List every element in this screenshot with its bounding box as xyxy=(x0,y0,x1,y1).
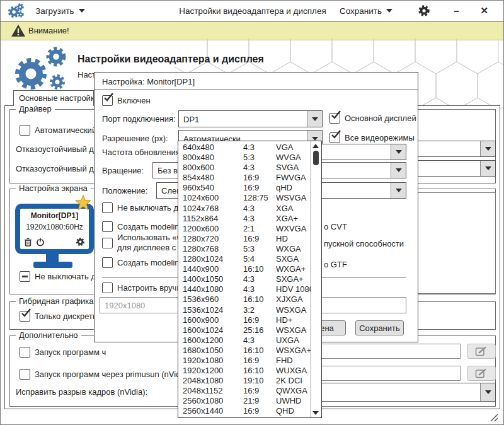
dlg-keep-display-on-label: Не выключать дис xyxy=(117,203,187,212)
auto-driver-label: Автоматический в xyxy=(35,125,103,135)
resolution-option-ratio: 4:3 xyxy=(243,204,276,214)
save-button[interactable]: Сохранить xyxy=(355,320,404,335)
resolution-option[interactable]: 1280x1024 5:4 SXGA xyxy=(178,254,311,264)
power-icon[interactable] xyxy=(36,238,45,247)
resolution-option[interactable]: 1200x600 2:1 WXVGA xyxy=(178,224,311,234)
resolution-option[interactable]: 1600x1024 25:16 WSXGA xyxy=(178,325,311,335)
resolution-option[interactable]: 1440x900 16:10 WXGA+ xyxy=(178,264,311,274)
dropdown-button[interactable] xyxy=(391,183,406,198)
rotation-label: Вращение: xyxy=(102,166,144,175)
caret-down-icon xyxy=(396,150,402,154)
scroll-up-icon[interactable] xyxy=(312,144,319,148)
run-programs-checkbox-2[interactable] xyxy=(20,369,30,380)
resolution-option[interactable]: 1680x1050 16:10 WSXGA+ xyxy=(178,346,311,356)
resolution-option[interactable]: 1280x768 5:3 WXGA xyxy=(178,244,311,254)
resolution-option-name: WSVGA xyxy=(276,193,311,203)
cvt-modeline-checkbox[interactable] xyxy=(102,221,113,232)
resolution-option[interactable]: 1920x1200 16:10 WUXGA xyxy=(178,366,311,376)
resolution-option-ratio: 16:9 xyxy=(243,173,276,183)
resolution-option-ratio: 5:3 xyxy=(243,244,276,254)
dropdown-button[interactable] xyxy=(480,383,495,401)
settings-gear-button[interactable] xyxy=(418,1,430,21)
resolution-option[interactable]: 1152x864 4:3 XGA+ xyxy=(178,214,311,224)
resolution-option-res: 1024x600 xyxy=(178,193,243,203)
run-programs-checkbox-1[interactable] xyxy=(20,347,30,358)
minimize-button[interactable]: − xyxy=(454,1,459,21)
load-menu-button[interactable]: Загрузить xyxy=(35,1,85,21)
dropdown-button[interactable] xyxy=(480,141,495,156)
resolution-option[interactable]: 1280x720 16:9 HD xyxy=(178,234,311,244)
caret-down-icon xyxy=(79,9,85,13)
tab-main-settings-label: Основные настройки xyxy=(19,93,94,103)
caret-down-icon xyxy=(485,166,491,170)
dropdown-button[interactable] xyxy=(391,144,406,160)
scrollbar-thumb[interactable] xyxy=(313,151,319,165)
auto-driver-checkbox[interactable] xyxy=(20,125,30,136)
port-select[interactable]: DP1 xyxy=(178,110,323,127)
resolution-option-name: WSXGA xyxy=(276,305,311,315)
resolution-option[interactable]: 1600x1200 4:3 UXGA xyxy=(178,335,311,346)
resolution-option[interactable]: 1400x1050 4:3 SXGA+ xyxy=(178,274,311,284)
resolution-option[interactable]: 800x600 4:3 SVGA xyxy=(178,163,311,173)
popup-scrollbar[interactable] xyxy=(311,141,321,417)
dropdown-button[interactable] xyxy=(391,163,406,178)
scroll-down-icon[interactable] xyxy=(312,411,319,415)
resolution-option-ratio: 16:9 xyxy=(243,234,276,244)
resolution-option-name: XGA xyxy=(276,204,311,214)
resolution-option[interactable]: 1536x1024 3:2 WSXGA xyxy=(178,305,311,315)
resolution-option-ratio: 16:9 xyxy=(243,315,276,325)
resolution-option-name: QHD xyxy=(276,406,311,416)
enabled-label: Включен xyxy=(117,96,151,105)
discrete-only-checkbox[interactable] xyxy=(20,311,30,322)
resolution-option[interactable]: 1920x1080 16:9 FHD xyxy=(178,356,311,366)
resolution-option-name: FHD xyxy=(276,356,311,366)
resolution-option-list: 640x480 4:3 VGA 800x480 5:3 WVGA 800x600… xyxy=(178,141,311,417)
edit-button-2[interactable] xyxy=(467,366,496,381)
resolution-option-res: 1536x960 xyxy=(178,294,243,305)
warning-banner[interactable]: Внимание! xyxy=(1,21,504,40)
tab-main-settings[interactable]: Основные настройки xyxy=(13,90,94,106)
resolution-option[interactable]: 800x480 5:3 WVGA xyxy=(178,153,311,163)
resolution-option-name: WXGA+ xyxy=(276,264,311,274)
manual-setup-checkbox[interactable] xyxy=(102,282,113,293)
resolution-option[interactable]: 2048x1152 16:9 QWXGA xyxy=(178,386,311,396)
gear-icon[interactable] xyxy=(76,237,85,247)
resize-grip[interactable] xyxy=(486,412,500,422)
resolution-option-ratio: 4:3 xyxy=(243,143,276,153)
resolution-option-ratio: 4:3 xyxy=(243,163,276,173)
resolution-option-name: WSXGA xyxy=(276,325,311,335)
resolution-option[interactable]: 1024x768 4:3 XGA xyxy=(178,204,311,214)
trash-icon[interactable] xyxy=(24,238,32,247)
all-video-modes-checkbox[interactable] xyxy=(329,132,340,143)
gtf-modeline-checkbox[interactable] xyxy=(102,257,113,268)
resolution-option-name: XJXGA xyxy=(276,294,311,305)
resolution-option[interactable]: 1536x960 16:10 XJXGA xyxy=(178,294,311,305)
resolution-option[interactable]: 1440x1080 4:3 HDV 1080i xyxy=(178,284,311,294)
group-hybrid-label: Гибридная графика xyxy=(16,296,97,306)
resolution-option[interactable]: 960x540 16:9 qHD xyxy=(178,183,311,193)
resolution-label: Разрешение (px): xyxy=(102,134,168,143)
failsafe-driver-label-1: Отказоустойчивый др xyxy=(16,144,98,154)
reduced-blanking-checkbox[interactable] xyxy=(102,238,113,248)
dropdown-button[interactable] xyxy=(307,111,322,127)
save-menu-button[interactable]: Сохранить xyxy=(340,1,392,21)
resolution-option[interactable]: 640x480 4:3 VGA xyxy=(178,143,311,153)
dropdown-button[interactable] xyxy=(480,161,495,176)
close-button[interactable]: ✕ xyxy=(480,1,488,21)
resolution-option[interactable]: 2560x1440 16:9 QHD xyxy=(178,406,311,416)
resolution-option[interactable]: 1600x900 16:9 HD+ xyxy=(178,315,311,325)
pencil-edit-icon xyxy=(475,346,488,356)
resolution-option[interactable]: 854x480 16:9 FWVGA xyxy=(178,173,311,183)
resolution-option[interactable]: 2048x1080 19:10 2K DCI xyxy=(178,376,311,386)
resolution-option-ratio: 25:16 xyxy=(243,325,276,335)
enabled-checkbox[interactable] xyxy=(102,95,113,106)
edit-button-1[interactable] xyxy=(467,344,496,359)
resolution-option-res: 1920x1200 xyxy=(178,366,243,376)
resolution-option-ratio: 21:9 xyxy=(243,396,276,406)
primary-display-checkbox[interactable] xyxy=(329,113,340,124)
resolution-option-ratio: 16:9 xyxy=(243,386,276,396)
resolution-option[interactable]: 2560x1080 21:9 UWHD xyxy=(178,396,311,406)
keep-display-on-checkbox[interactable] xyxy=(20,271,30,282)
dlg-keep-display-on-checkbox[interactable] xyxy=(102,202,113,213)
resolution-option[interactable]: 1024x600 128:75 WSVGA xyxy=(178,193,311,203)
